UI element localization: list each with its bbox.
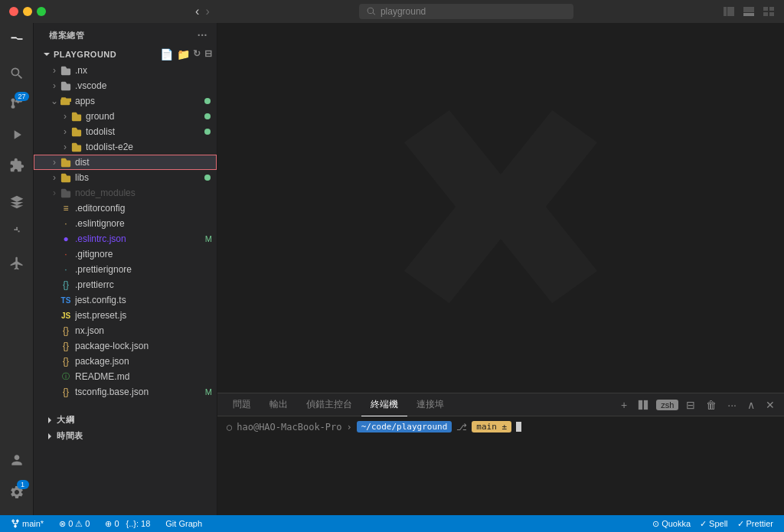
chevron-right-icon: › [60, 111, 70, 122]
tree-item-readme[interactable]: › ⓘ README.md [34, 369, 217, 384]
mod-indicator: M [205, 387, 212, 397]
error-icon: ⊗ [59, 519, 66, 529]
info-file-icon: ⓘ [60, 370, 72, 383]
collapse-icon[interactable]: ⊟ [204, 48, 213, 60]
error-count: 0 [68, 519, 73, 528]
tree-item-eslintrc[interactable]: › ● .eslintrc.json M [34, 231, 217, 246]
tree-item-nx[interactable]: › .nx [34, 63, 217, 78]
tree-item-package-json[interactable]: › {} package.json [34, 354, 217, 369]
close-panel-button[interactable]: ✕ [763, 397, 778, 413]
timeline-label: 時間表 [57, 430, 83, 442]
tree-item-prettierrc[interactable]: › {} .prettierrc [34, 277, 217, 292]
tree-item-prettierignore[interactable]: › · .prettierignore [34, 262, 217, 277]
remote-icon [9, 256, 24, 271]
activity-item-nx[interactable] [3, 188, 31, 216]
file-icon: ≡ [60, 202, 72, 214]
more-options-icon[interactable]: ··· [198, 29, 207, 41]
back-button[interactable]: ‹ [195, 5, 199, 18]
maximize-button[interactable] [37, 7, 46, 16]
split-terminal-button[interactable] [635, 398, 652, 412]
tree-item-tsconfig[interactable]: › {} tsconfig.base.json M [34, 384, 217, 400]
new-file-icon[interactable]: 📄 [160, 48, 174, 60]
split-panel-icon[interactable]: ⊟ [683, 397, 698, 413]
errors-status[interactable]: ⊗ 0 ⚠ 0 [54, 515, 94, 532]
activity-item-settings[interactable]: 1 [3, 478, 31, 506]
activity-item-account[interactable] [3, 446, 31, 474]
tab-terminal[interactable]: 終端機 [361, 393, 407, 416]
more-icon[interactable]: ··· [724, 397, 740, 413]
sidebar-bottom-section: 大綱 時間表 [34, 412, 217, 444]
tab-output[interactable]: 輸出 [260, 393, 297, 416]
chevron-right-icon: › [49, 157, 60, 168]
activity-item-run[interactable] [3, 121, 31, 149]
branch-name: main* [22, 519, 44, 528]
tab-debug-console[interactable]: 偵錯主控台 [297, 393, 361, 416]
tree-item-editorconfig[interactable]: › ≡ .editorconfig [34, 201, 217, 216]
minimize-button[interactable] [23, 7, 32, 16]
activity-item-source-control[interactable]: 27 [3, 90, 31, 118]
modified-badge [204, 129, 211, 135]
tree-item-todolist[interactable]: › todolist [34, 124, 217, 139]
spell-button[interactable]: ✓ Spell [695, 515, 732, 532]
titlebar-right [723, 5, 775, 18]
quokka-icon: ⊙ [652, 519, 659, 529]
activity-item-remote[interactable] [3, 250, 31, 277]
add-terminal-button[interactable]: + [618, 397, 630, 413]
layout-icon[interactable] [763, 5, 775, 18]
mod-indicator: M [205, 234, 212, 243]
activity-item-docker[interactable] [3, 219, 31, 246]
tree-item-libs[interactable]: › libs [34, 170, 217, 185]
traffic-lights [9, 7, 46, 16]
new-folder-icon[interactable]: 📁 [177, 48, 191, 60]
refresh-icon[interactable]: ↻ [193, 48, 201, 60]
shell-indicator[interactable]: zsh [656, 400, 678, 410]
git-graph-label: Git Graph [165, 519, 202, 528]
chevron-down-icon: ⌄ [49, 96, 60, 106]
activity-item-search[interactable] [3, 60, 31, 87]
tree-item-eslintignore[interactable]: › · .eslintignore [34, 216, 217, 231]
forward-button[interactable]: › [205, 5, 209, 18]
tree-item-package-lock[interactable]: › {} package-lock.json [34, 338, 217, 354]
folder-icon [60, 64, 72, 77]
tree-item-apps[interactable]: ⌄ apps [34, 93, 217, 109]
git-graph-button[interactable]: Git Graph [161, 515, 207, 532]
search-bar[interactable]: playground [359, 4, 573, 19]
tree-item-ground[interactable]: › ground [34, 109, 217, 124]
svg-rect-3 [743, 13, 754, 16]
info-status[interactable]: ⊕ 0 {..}: 18 [100, 515, 155, 532]
sidebar-toggle-icon[interactable] [723, 5, 735, 18]
outline-section[interactable]: 大綱 [34, 412, 217, 428]
tree-item-nx-json[interactable]: › {} nx.json [34, 323, 217, 338]
activity-item-explorer[interactable] [3, 29, 31, 57]
explorer-icon [9, 35, 24, 51]
tree-item-vscode[interactable]: › .vscode [34, 78, 217, 93]
main-layout: 27 [0, 23, 784, 515]
check-icon: ✓ [737, 519, 744, 529]
tab-ports[interactable]: 連接埠 [407, 393, 453, 416]
timeline-section[interactable]: 時間表 [34, 428, 217, 444]
maximize-panel-icon[interactable]: ∧ [744, 397, 758, 413]
quokka-button[interactable]: ⊙ Quokka [648, 515, 695, 532]
svg-rect-2 [743, 7, 754, 12]
tree-item-dist[interactable]: › dist [34, 155, 217, 170]
activity-item-extensions[interactable] [3, 152, 31, 179]
tab-problems[interactable]: 問題 [224, 393, 260, 416]
panel: 問題 輸出 偵錯主控台 終端機 連接埠 + [217, 393, 784, 515]
tree-item-node-modules[interactable]: › node_modules [34, 185, 217, 201]
tree-item-todolist-e2e[interactable]: › todolist-e2e [34, 139, 217, 155]
file-icon: · [60, 263, 72, 276]
folder-icon [60, 80, 72, 92]
svg-rect-8 [639, 400, 642, 409]
prettier-button[interactable]: ✓ Prettier [733, 515, 778, 532]
tree-item-gitignore[interactable]: › · .gitignore [34, 246, 217, 262]
git-branch-status[interactable]: main* [6, 515, 48, 532]
lines-info: {..}: 18 [126, 519, 151, 528]
panel-toggle-icon[interactable] [743, 5, 755, 18]
tree-item-jest-config[interactable]: › TS jest.config.ts [34, 292, 217, 308]
tree-root-playground[interactable]: PLAYGROUND 📄 📁 ↻ ⊟ [34, 46, 217, 63]
trash-icon[interactable]: 🗑 [703, 397, 720, 413]
tree-item-jest-preset[interactable]: › JS jest.preset.js [34, 308, 217, 323]
modified-badge [204, 175, 211, 181]
git-icon: ⎇ [456, 422, 467, 432]
close-button[interactable] [9, 7, 18, 16]
